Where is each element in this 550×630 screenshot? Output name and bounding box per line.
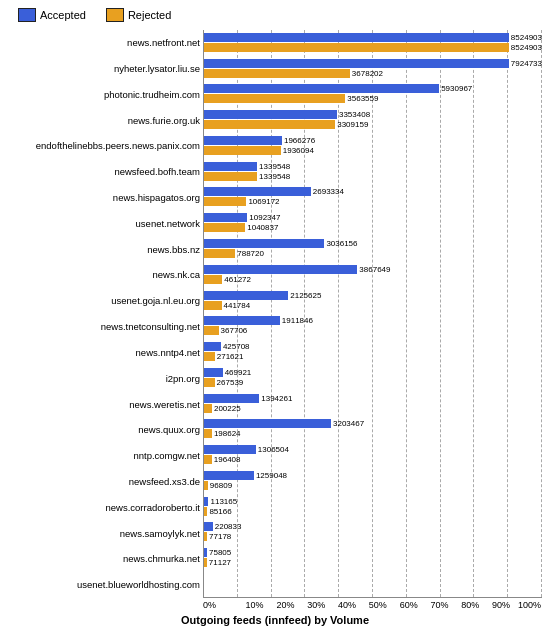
rejected-track: 3309159: [204, 120, 542, 129]
accepted-bar: [204, 291, 288, 300]
bar-row: 3036156788720: [204, 239, 542, 259]
bar-row: 22083377178: [204, 522, 542, 542]
x-tick: 80%: [450, 600, 481, 610]
accepted-value: 3353408: [339, 110, 370, 119]
accepted-track: 1092347: [204, 213, 542, 222]
rejected-value: 1069172: [248, 197, 279, 206]
bar-row: 13395481339548: [204, 162, 542, 182]
rejected-track: 1069172: [204, 197, 542, 206]
accepted-bar: [204, 162, 257, 171]
accepted-value: 2125625: [290, 291, 321, 300]
accepted-track: 1306504: [204, 445, 542, 454]
bar-row: 425708271621: [204, 342, 542, 362]
accepted-track: 1259048: [204, 471, 542, 480]
accepted-bar: [204, 84, 439, 93]
rejected-track: 788720: [204, 249, 542, 258]
rejected-value: 1040837: [247, 223, 278, 232]
accepted-bar: [204, 110, 337, 119]
rejected-track: 271621: [204, 352, 542, 361]
rejected-bar: [204, 558, 207, 567]
accepted-value: 113165: [210, 497, 237, 506]
rejected-track: 77178: [204, 532, 542, 541]
rejected-bar: [204, 197, 246, 206]
accepted-bar: [204, 342, 221, 351]
rejected-track: 1936094: [204, 146, 542, 155]
accepted-value: 3036156: [326, 239, 357, 248]
x-tick: 30%: [295, 600, 326, 610]
bar-row: 469921267539: [204, 368, 542, 388]
y-label: newsfeed.bofh.team: [114, 167, 200, 177]
rejected-label: Rejected: [128, 9, 171, 21]
rejected-track: 8524903: [204, 43, 542, 52]
rejected-bar: [204, 43, 509, 52]
accepted-value: 5930967: [441, 84, 472, 93]
accepted-track: 1966276: [204, 136, 542, 145]
rejected-value: 367706: [221, 326, 248, 335]
chart-area: news.netfront.netnyheter.lysator.liu.sep…: [8, 30, 542, 598]
rejected-track: 441784: [204, 301, 542, 310]
rejected-value: 271621: [217, 352, 244, 361]
bar-row: 1394261200225: [204, 394, 542, 414]
bar-row: 1911846367706: [204, 316, 542, 336]
rejected-value: 200225: [214, 404, 241, 413]
y-labels: news.netfront.netnyheter.lysator.liu.sep…: [8, 30, 203, 598]
y-label: newsfeed.xs3.de: [129, 477, 200, 487]
accepted-bar: [204, 419, 331, 428]
y-label: news.tnetconsulting.net: [101, 322, 200, 332]
rejected-bar: [204, 249, 235, 258]
rejected-bar: [204, 275, 222, 284]
accepted-track: 5930967: [204, 84, 542, 93]
bar-row: 7580571127: [204, 548, 542, 568]
accepted-track: 2693334: [204, 187, 542, 196]
rejected-track: 96809: [204, 481, 542, 490]
bar-row: 10923471040837: [204, 213, 542, 233]
x-tick: 70%: [419, 600, 450, 610]
rejected-track: 1040837: [204, 223, 542, 232]
rejected-value: 441784: [224, 301, 251, 310]
chart-title: Outgoing feeds (innfeed) by Volume: [8, 614, 542, 626]
rejected-bar: [204, 455, 212, 464]
rejected-value: 3563559: [347, 94, 378, 103]
accepted-track: 1911846: [204, 316, 542, 325]
rejected-bar: [204, 223, 245, 232]
accepted-track: 220833: [204, 522, 542, 531]
y-label: news.weretis.net: [129, 400, 200, 410]
rejected-bar: [204, 429, 212, 438]
bar-row: 79247333678202: [204, 59, 542, 79]
accepted-track: 425708: [204, 342, 542, 351]
accepted-value: 425708: [223, 342, 250, 351]
legend-accepted: Accepted: [18, 8, 86, 22]
accepted-value: 2693334: [313, 187, 344, 196]
rejected-value: 8524903: [511, 43, 542, 52]
rejected-value: 1339548: [259, 172, 290, 181]
accepted-value: 3203467: [333, 419, 364, 428]
rejected-bar: [204, 507, 207, 516]
y-label: news.furie.org.uk: [128, 116, 200, 126]
y-label: news.quux.org: [138, 425, 200, 435]
accepted-value: 8524903: [511, 33, 542, 42]
accepted-track: 7924733: [204, 59, 542, 68]
y-label: news.samoylyk.net: [120, 529, 200, 539]
accepted-track: 3203467: [204, 419, 542, 428]
accepted-value: 1966276: [284, 136, 315, 145]
rejected-value: 198624: [214, 429, 241, 438]
y-label: news.netfront.net: [127, 38, 200, 48]
accepted-track: 113165: [204, 497, 542, 506]
y-label: news.bbs.nz: [147, 245, 200, 255]
bar-row: 26933341069172: [204, 187, 542, 207]
rejected-track: [204, 584, 542, 593]
accepted-value: 1092347: [249, 213, 280, 222]
rejected-value: 1936094: [283, 146, 314, 155]
rejected-bar: [204, 352, 215, 361]
bar-row: 3867649461272: [204, 265, 542, 285]
accepted-value: 1911846: [282, 316, 313, 325]
accepted-track: 3867649: [204, 265, 542, 274]
bar-row: 85249038524903: [204, 33, 542, 53]
legend-rejected: Rejected: [106, 8, 171, 22]
x-tick: 20%: [265, 600, 296, 610]
x-tick: 50%: [357, 600, 388, 610]
bar-row: 125904896809: [204, 471, 542, 491]
rejected-bar: [204, 481, 208, 490]
chart-container: Accepted Rejected news.netfront.netnyhet…: [0, 0, 550, 630]
rejected-bar: [204, 301, 222, 310]
